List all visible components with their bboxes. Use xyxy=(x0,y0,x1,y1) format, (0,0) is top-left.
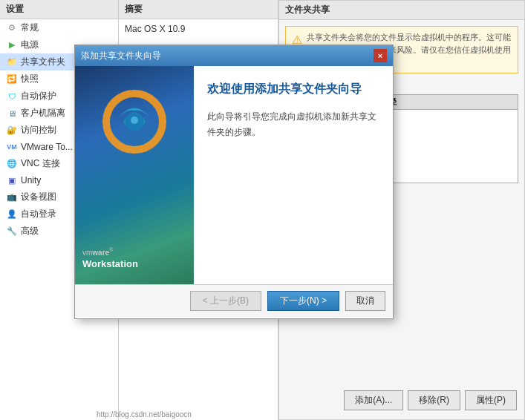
power-icon: ▶ xyxy=(6,39,18,51)
svg-point-2 xyxy=(131,117,138,124)
add-button[interactable]: 添加(A)... xyxy=(344,390,403,410)
client-icon: 🖥 xyxy=(6,108,18,119)
unity-icon: ▣ xyxy=(6,174,18,186)
sidebar-label-unity: Unity xyxy=(21,175,41,186)
vnc-icon: 🌐 xyxy=(6,158,18,170)
vmware-icon: VM xyxy=(6,141,18,153)
gear-icon: ⚙ xyxy=(6,22,18,34)
sidebar-label-device: 设备视图 xyxy=(21,191,56,203)
wizard-dialog: 添加共享文件夹向导 × xyxy=(74,45,394,319)
sidebar-label-vmtools: VMware To... xyxy=(21,142,73,152)
device-icon: 📺 xyxy=(6,191,18,203)
folder-icon: 📁 xyxy=(6,56,18,68)
sidebar-label-autologin: 自动登录 xyxy=(21,208,56,220)
summary-os: Mac OS X 10.9 xyxy=(119,19,278,39)
vmware-logo-svg xyxy=(101,88,168,155)
dialog-close-button[interactable]: × xyxy=(374,49,387,62)
autologin-icon: 👤 xyxy=(6,209,18,220)
dialog-titlebar: 添加共享文件夹向导 × xyxy=(75,45,393,66)
brand-ware: ware xyxy=(92,249,109,257)
sidebar-label-power: 电源 xyxy=(21,39,39,51)
sidebar-label-isolation: 客户机隔离 xyxy=(21,107,65,119)
sidebar-label-general: 常规 xyxy=(21,22,39,34)
shield-icon: 🛡 xyxy=(6,91,18,102)
file-share-header: 文件夹共享 xyxy=(279,1,524,20)
dialog-body: vmware® Workstation 欢迎使用添加共享文件夹向导 此向导将引导… xyxy=(75,66,393,284)
snapshot-icon: 🔁 xyxy=(6,73,18,85)
dialog-footer: < 上一步(B) 下一步(N) > 取消 xyxy=(75,284,393,317)
wizard-right: 欢迎使用添加共享文件夹向导 此向导将引导您完成向虚拟机添加新共享文件夹的步骤。 xyxy=(194,66,393,284)
brand-vm: vm xyxy=(82,249,92,257)
dialog-title: 添加共享文件夹向导 xyxy=(81,50,161,62)
sidebar-label-access: 访问控制 xyxy=(21,124,56,137)
sidebar-item-general[interactable]: ⚙ 常规 xyxy=(0,19,118,36)
bottom-buttons: 添加(A)... 移除(R) 属性(P) xyxy=(344,390,517,410)
vmware-brand: vmware® Workstation xyxy=(82,247,138,269)
brand-workstation: Workstation xyxy=(82,258,138,269)
next-button[interactable]: 下一步(N) > xyxy=(267,291,339,311)
remove-button[interactable]: 移除(R) xyxy=(408,390,460,410)
back-button[interactable]: < 上一步(B) xyxy=(190,291,261,311)
main-panel: 设置 ⚙ 常规 ▶ 电源 📁 共享文件夹 🔁 快照 🛡 自动保护 🖥 客户机隔离… xyxy=(0,0,525,420)
wizard-description: 此向导将引导您完成向虚拟机添加新共享文件夹的步骤。 xyxy=(207,109,379,140)
wizard-welcome-title: 欢迎使用添加共享文件夹向导 xyxy=(207,81,379,97)
sidebar-label-shared: 共享文件夹 xyxy=(21,56,65,68)
summary-header: 摘要 xyxy=(119,0,278,19)
vmware-logo-area xyxy=(101,88,168,157)
sidebar-label-protect: 自动保护 xyxy=(21,90,56,102)
sidebar-label-snapshot: 快照 xyxy=(21,73,39,85)
settings-header: 设置 xyxy=(0,0,118,19)
sidebar-label-advanced: 高级 xyxy=(21,225,39,237)
access-icon: 🔐 xyxy=(6,125,18,137)
properties-button[interactable]: 属性(P) xyxy=(465,390,517,410)
advanced-icon: 🔧 xyxy=(6,226,18,237)
sidebar-label-vnc: VNC 连接 xyxy=(21,157,60,170)
wizard-left-panel: vmware® Workstation xyxy=(75,66,194,284)
cancel-button[interactable]: 取消 xyxy=(345,291,385,311)
watermark: http://blog.csdn.net/baigoocn xyxy=(97,410,192,419)
